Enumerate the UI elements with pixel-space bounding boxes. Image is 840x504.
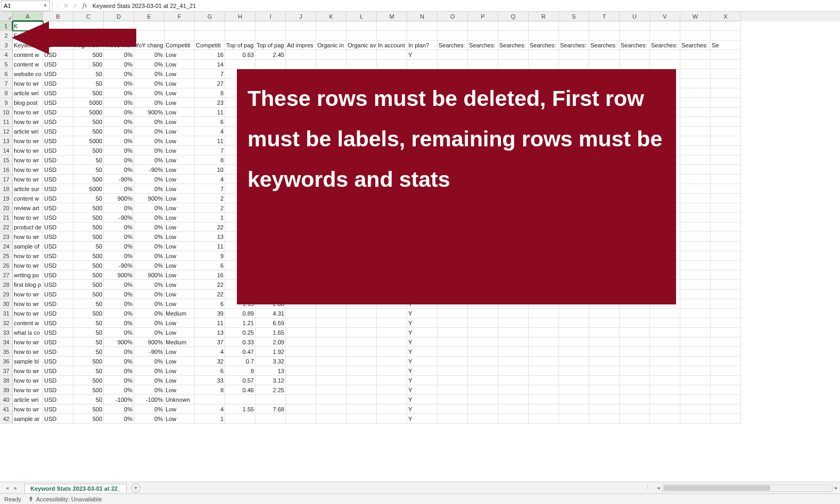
cell[interactable]: 0% [134, 175, 164, 184]
cell[interactable] [680, 366, 711, 376]
cell[interactable] [498, 98, 529, 108]
cell[interactable] [711, 251, 741, 261]
row-header[interactable]: 42 [0, 414, 13, 424]
cell[interactable] [377, 357, 407, 366]
cell[interactable] [468, 108, 498, 117]
cell[interactable] [680, 79, 711, 88]
cell[interactable] [468, 261, 498, 270]
cell[interactable] [620, 251, 650, 261]
cell[interactable]: 0% [104, 280, 134, 290]
cell[interactable] [680, 414, 711, 424]
cell[interactable]: Low [164, 251, 195, 261]
cell[interactable] [468, 366, 498, 376]
cell[interactable]: 0% [104, 328, 134, 337]
row-header[interactable]: 23 [0, 232, 13, 242]
cell[interactable] [559, 251, 589, 261]
cell[interactable] [438, 60, 468, 69]
cell[interactable] [620, 98, 650, 108]
row-header[interactable]: 29 [0, 290, 13, 299]
cell[interactable] [225, 79, 256, 88]
cell[interactable] [620, 21, 650, 31]
cell[interactable] [650, 366, 680, 376]
cell[interactable] [589, 251, 620, 261]
cell[interactable]: Searches: [438, 40, 468, 50]
cell[interactable]: 0.89 [225, 309, 256, 318]
cell[interactable] [620, 31, 650, 40]
cell[interactable]: USD [43, 366, 73, 376]
cell[interactable] [225, 194, 256, 203]
cell[interactable] [225, 290, 256, 299]
cell[interactable] [468, 98, 498, 108]
cell[interactable]: Febru [13, 31, 43, 40]
cell[interactable]: 1 [195, 414, 225, 424]
cell[interactable]: USD [43, 309, 73, 318]
cell[interactable] [377, 60, 407, 69]
cell[interactable]: 0% [134, 60, 164, 69]
cell[interactable] [650, 395, 680, 404]
column-header-Q[interactable]: Q [498, 12, 529, 21]
cell[interactable] [256, 222, 286, 232]
cell[interactable]: 0% [134, 357, 164, 366]
cell[interactable]: -100% [134, 395, 164, 404]
cell[interactable]: 50 [73, 337, 104, 347]
cell[interactable] [559, 108, 589, 117]
cell[interactable] [256, 69, 286, 79]
cell[interactable]: 0% [104, 136, 134, 146]
cell[interactable] [256, 175, 286, 184]
row-header[interactable]: 25 [0, 251, 13, 261]
cell[interactable]: USD [43, 165, 73, 175]
cell[interactable] [316, 222, 347, 232]
cell[interactable]: 900% [104, 270, 134, 280]
cell[interactable] [680, 290, 711, 299]
cell[interactable]: article wri [13, 88, 43, 98]
cell[interactable]: writing po [13, 270, 43, 280]
cell[interactable] [407, 88, 438, 98]
cell[interactable] [438, 318, 468, 328]
cell[interactable] [468, 404, 498, 414]
cell[interactable] [438, 155, 468, 165]
cell[interactable] [468, 309, 498, 318]
row-header[interactable]: 28 [0, 280, 13, 290]
cell[interactable]: 500 [73, 222, 104, 232]
cell[interactable] [620, 175, 650, 184]
cell[interactable] [620, 88, 650, 98]
cell[interactable] [256, 290, 286, 299]
cell[interactable] [256, 251, 286, 261]
cell[interactable] [711, 261, 741, 270]
column-header-S[interactable]: S [559, 12, 589, 21]
cell[interactable]: 500 [73, 213, 104, 222]
cell[interactable] [225, 175, 256, 184]
cell[interactable] [529, 309, 559, 318]
cell[interactable] [498, 280, 529, 290]
cell[interactable]: 16 [195, 50, 225, 60]
cell[interactable] [498, 155, 529, 165]
cell[interactable]: USD [43, 376, 73, 385]
cell[interactable] [711, 136, 741, 146]
cell[interactable]: 0% [134, 184, 164, 194]
cell[interactable] [650, 165, 680, 175]
cell[interactable]: 0% [134, 136, 164, 146]
cell[interactable]: Medium [164, 337, 195, 347]
cell[interactable] [498, 270, 529, 280]
cell[interactable] [347, 309, 377, 318]
cell[interactable] [286, 385, 316, 395]
cell[interactable] [195, 31, 225, 40]
cell[interactable] [711, 31, 741, 40]
cell[interactable]: 5000 [73, 184, 104, 194]
cell[interactable] [559, 60, 589, 69]
cell[interactable] [680, 261, 711, 270]
cell[interactable]: 50 [73, 165, 104, 175]
cell[interactable]: how to wr [13, 117, 43, 127]
cell[interactable] [286, 60, 316, 69]
cell[interactable] [407, 261, 438, 270]
cell[interactable] [316, 290, 347, 299]
cell[interactable]: 11 [195, 242, 225, 251]
cell[interactable]: how to wr [13, 309, 43, 318]
cell[interactable]: 22 [195, 290, 225, 299]
cell[interactable] [680, 270, 711, 280]
cell[interactable]: 4 [195, 175, 225, 184]
cell[interactable] [347, 203, 377, 213]
cell[interactable] [680, 136, 711, 146]
column-header-A[interactable]: A [13, 12, 43, 21]
cell[interactable] [347, 299, 377, 309]
